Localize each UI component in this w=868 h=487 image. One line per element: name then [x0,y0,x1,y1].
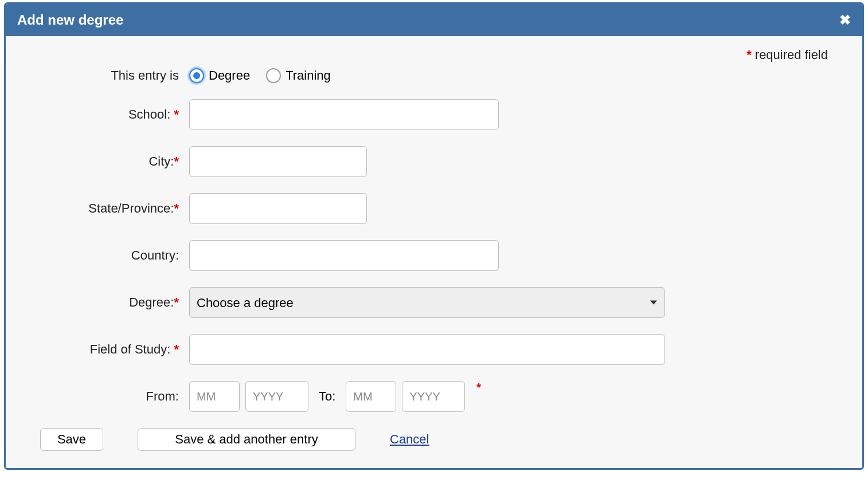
cancel-link[interactable]: Cancel [390,432,429,447]
school-input[interactable] [189,99,499,130]
city-label: City:* [40,154,189,169]
radio-training[interactable] [266,68,281,83]
row-state: State/Province:* [40,193,828,224]
city-input[interactable] [189,146,367,177]
to-month-input[interactable] [346,381,396,412]
from-label: From: [40,389,189,404]
row-degree: Degree:* Choose a degree [40,287,828,318]
required-field-note: * required field [40,48,828,62]
state-input[interactable] [189,193,367,224]
modal-body: * required field This entry is Degree Tr… [6,36,862,468]
field-of-study-label: Field of Study: * [40,342,189,357]
state-label: State/Province:* [40,201,189,216]
field-of-study-input[interactable] [189,334,665,365]
radio-training-label: Training [286,68,331,83]
close-icon[interactable]: ✖ [839,12,851,28]
dates-required-star: * [476,381,481,394]
country-input[interactable] [189,240,499,271]
modal-header: Add new degree ✖ [6,4,862,36]
row-country: Country: [40,240,828,271]
required-field-text: required field [752,48,828,62]
from-year-input[interactable] [245,381,308,412]
to-label: To: [319,389,335,404]
degree-select[interactable]: Choose a degree [189,287,665,318]
row-school: School: * [40,99,828,130]
save-button[interactable]: Save [40,428,103,451]
row-dates: From: To: * [40,381,828,412]
row-entry-is: This entry is Degree Training [40,68,828,83]
modal-title: Add new degree [17,12,123,28]
radio-degree[interactable] [189,68,204,83]
save-add-another-button[interactable]: Save & add another entry [138,428,355,451]
from-month-input[interactable] [189,381,240,412]
radio-degree-label: Degree [209,68,250,83]
add-degree-modal: Add new degree ✖ * required field This e… [4,2,864,470]
degree-label: Degree:* [40,295,189,310]
country-label: Country: [40,248,189,263]
to-year-input[interactable] [402,381,465,412]
entry-is-label: This entry is [40,68,189,83]
row-city: City:* [40,146,828,177]
required-star-icon: * [746,48,752,62]
row-field-of-study: Field of Study: * [40,334,828,365]
actions-row: Save Save & add another entry Cancel [40,428,828,451]
school-label: School: * [40,107,189,122]
